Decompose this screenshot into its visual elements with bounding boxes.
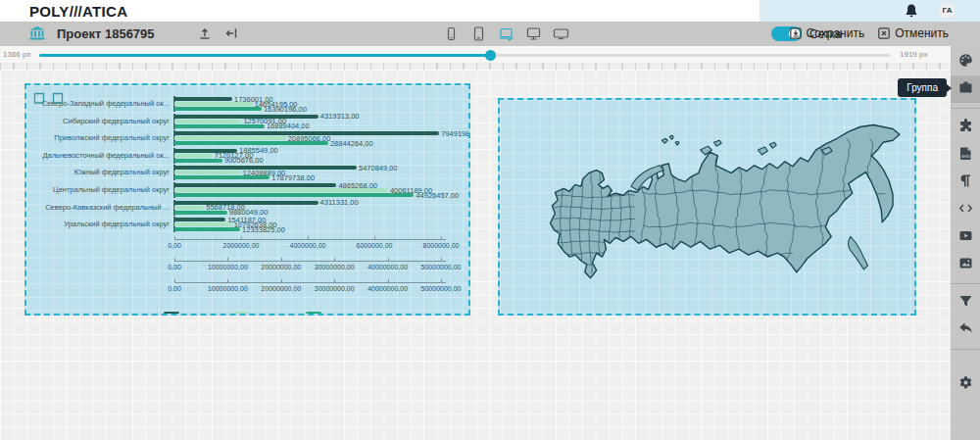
legend-swatch <box>233 312 249 316</box>
chart-category-label: Северо-Кавказский федеральный ... <box>26 203 170 212</box>
bar-Население[interactable] <box>174 193 414 197</box>
bar-Городское[interactable] <box>174 120 241 123</box>
bar-Городское[interactable] <box>174 136 286 140</box>
width-slider-fill <box>39 54 490 57</box>
x-axis-tick-label: 20000000,00 <box>261 285 301 292</box>
width-slider-handle[interactable] <box>485 50 496 61</box>
polymatica-logo: POLY///ATICA <box>29 3 127 20</box>
sidebar-item-filter[interactable] <box>951 289 980 317</box>
bar-value-label: 16390196,00 <box>264 105 307 114</box>
save-button[interactable]: Сохранить <box>790 26 865 40</box>
legend-swatch <box>164 312 179 316</box>
app-header: POLY///ATICA ГА <box>0 0 980 22</box>
x-axis-tick <box>227 279 228 282</box>
sidebar-item-gear[interactable] <box>951 370 980 398</box>
bar-Городское[interactable] <box>174 206 204 210</box>
x-axis-tick-label: 10000000,00 <box>208 285 248 292</box>
bar-value-label: 17879738,00 <box>271 173 315 182</box>
user-avatar[interactable]: ГА <box>938 1 956 20</box>
sidebar-item-image[interactable] <box>951 251 980 278</box>
bar-Сельское[interactable] <box>174 97 232 101</box>
phone-icon[interactable] <box>443 25 460 42</box>
bar-Городское[interactable] <box>174 222 232 226</box>
bar-Сельское[interactable] <box>174 183 336 187</box>
bar-Население[interactable] <box>174 107 262 111</box>
bar-Городское[interactable] <box>174 102 253 106</box>
bar-Население[interactable] <box>174 175 270 179</box>
sidebar-item-puzzle[interactable] <box>951 114 980 141</box>
device-preview-switcher <box>443 25 569 42</box>
cancel-button[interactable]: Отменить <box>878 26 949 40</box>
sidebar-divider <box>951 283 980 284</box>
max-width-label: 1919 px <box>900 50 927 59</box>
legend-label: Городское <box>254 312 291 316</box>
chart-category-label: Приволжский федеральный округ <box>26 133 170 142</box>
notifications-bell-icon[interactable] <box>904 3 919 19</box>
sidebar-item-video[interactable] <box>951 223 980 251</box>
sidebar-item-palette[interactable] <box>951 48 980 75</box>
x-axis-tick <box>174 279 175 282</box>
x-axis-tick <box>334 258 335 261</box>
sidebar-item-svg-file[interactable]: SVG <box>951 141 980 169</box>
sidebar-item-paragraph[interactable] <box>951 169 980 196</box>
image-icon <box>958 256 973 274</box>
laptop-icon[interactable] <box>498 25 514 42</box>
viewport-width-ruler: 1366 px 1919 px <box>0 46 951 63</box>
x-axis-tick-label: 50000000,00 <box>421 264 462 270</box>
cancel-button-label: Отменить <box>895 26 949 40</box>
publish-upload-icon[interactable] <box>198 26 212 40</box>
collapse-panel-icon[interactable] <box>225 26 239 40</box>
dashboard-canvas[interactable]: Северо-Западный федеральный ок...1736001… <box>0 70 951 440</box>
bar-value-label: 12333825,00 <box>242 225 285 234</box>
bar-Население[interactable] <box>174 227 240 231</box>
palette-icon <box>958 53 973 72</box>
bar-value-label: 4319313,00 <box>320 112 360 121</box>
bar-Городское[interactable] <box>174 154 213 158</box>
x-axis-tick <box>388 279 389 282</box>
widget-controls <box>33 90 64 108</box>
legend-item[interactable]: Городское <box>233 312 291 316</box>
x-axis-tick-label: 30000000,00 <box>315 285 355 292</box>
x-axis-tick-label: 0,00 <box>168 264 181 270</box>
min-width-label: 1366 px <box>3 50 30 59</box>
sidebar-item-briefcase[interactable] <box>951 75 980 103</box>
bar-chart-widget[interactable]: Северо-Западный федеральный ок...1736001… <box>24 83 470 316</box>
bar-Городское[interactable] <box>174 171 241 174</box>
bar-Население[interactable] <box>174 124 265 128</box>
header-right-panel: ГА <box>760 0 980 22</box>
sidebar-item-reply[interactable] <box>951 317 980 344</box>
sidebar-item-code[interactable] <box>951 196 980 223</box>
bar-Население[interactable] <box>174 141 328 145</box>
russia-map-widget[interactable] <box>498 98 916 316</box>
save-button-label: Сохранить <box>807 26 865 40</box>
bar-Население[interactable] <box>174 211 227 215</box>
legend-item[interactable]: Сельское <box>164 312 219 316</box>
svg-text:SVG: SVG <box>961 153 969 158</box>
x-axis-tick-label: 8000000,00 <box>423 242 460 249</box>
bar-Сельское[interactable] <box>174 201 318 205</box>
x-axis-tick <box>308 236 309 239</box>
widescreen-icon[interactable] <box>553 25 569 42</box>
bar-Городское[interactable] <box>174 188 388 192</box>
bar-Население[interactable] <box>174 159 222 163</box>
bar-Сельское[interactable] <box>174 218 225 221</box>
project-bank-icon[interactable] <box>29 26 45 40</box>
widget-flip-icon[interactable] <box>33 90 45 108</box>
sidebar-divider <box>951 108 980 109</box>
x-axis-tick <box>441 258 442 261</box>
legend-label: Население <box>326 312 367 316</box>
x-axis-tick-label: 30000000,00 <box>315 264 355 270</box>
paragraph-icon <box>958 173 973 192</box>
filter-icon <box>958 294 973 313</box>
x-axis-tick <box>388 258 389 261</box>
editor-toolbar: Проект 1856795 Сетка Сохранить Отменить <box>0 22 980 46</box>
x-axis-tick <box>374 236 375 239</box>
save-icon <box>790 27 802 39</box>
width-slider-track[interactable] <box>39 54 890 57</box>
x-axis-tick-label: 40000000,00 <box>368 285 408 292</box>
widget-rotate-icon[interactable] <box>52 90 64 108</box>
tablet-icon[interactable] <box>470 25 487 42</box>
legend-item[interactable]: Население <box>306 312 367 316</box>
monitor-icon[interactable] <box>525 25 542 42</box>
polymatica-dashboard-editor: POLY///ATICA ГА Проект 1856795 Сетка <box>0 0 980 440</box>
